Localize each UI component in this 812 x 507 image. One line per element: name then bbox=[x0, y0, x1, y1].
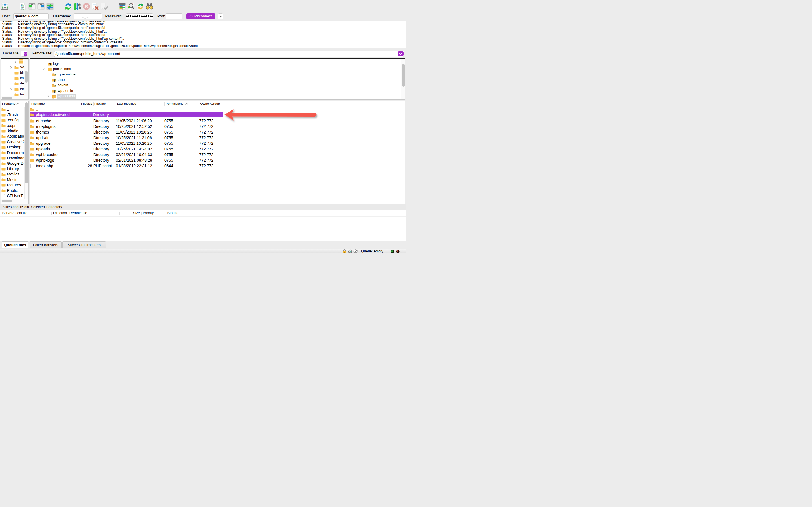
svg-text:A: A bbox=[349, 250, 351, 253]
